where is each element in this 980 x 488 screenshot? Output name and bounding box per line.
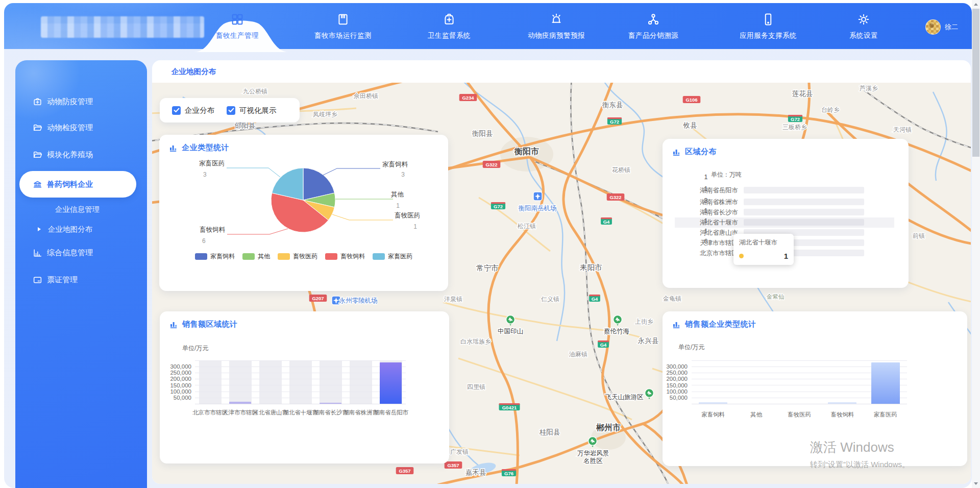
region-axis-label: 北京市市辖区 [677,249,738,258]
bar[interactable] [699,402,727,404]
pie-chart[interactable]: 家畜饲料3其他1畜牧医药1畜牧饲料6家畜医药3 [159,135,448,291]
map-label: 嘉禾县 [465,469,486,476]
bar[interactable] [380,362,402,404]
sidebar-item-label: 动物检疫管理 [47,123,93,133]
sidebar-item-6[interactable]: 企业地图分布 [15,220,147,238]
airport-icon [533,192,542,201]
gridline [195,385,406,385]
user-name: 徐二 [945,22,958,32]
medkit-icon [442,12,456,27]
map-label: 耒阳市 [580,263,602,272]
region-value-label: 1 [696,207,716,214]
legend-swatch [242,253,255,260]
legend-item[interactable]: 家畜医药 [373,252,412,261]
nav-item-4[interactable]: 动物疫病预警预报 [513,12,600,40]
sidebar-item-label: 模块化养殖场 [47,150,93,160]
region-bar-track[interactable] [744,187,864,193]
tooltip-marker [739,254,744,258]
bar[interactable] [229,402,251,404]
pie-legend: 家畜饲料其他畜牧医药畜牧饲料家畜医药 [159,252,448,261]
scroll-down-button[interactable] [972,479,980,488]
road-badge: G322 [607,193,625,201]
nav-label: 应用服务支撑系统 [725,31,812,40]
y-tick-label: 150,000 [160,382,191,388]
pie-label-value: 3 [401,171,405,178]
bar[interactable] [828,402,856,404]
page-scrollbar[interactable] [972,0,980,488]
gridline [692,360,907,361]
road-badge: G72 [788,115,802,122]
legend-swatch [278,253,290,260]
pie-label-value: 1 [396,202,400,209]
map-label: 九公桥镇 [243,88,267,95]
road-badge: G0421 [499,403,520,410]
scroll-up-button[interactable] [972,0,980,9]
bar[interactable] [320,403,341,404]
sidebar-item-3[interactable]: 模块化养殖场 [15,145,147,164]
nav-item-3[interactable]: 卫生监督系统 [406,12,493,40]
user-area[interactable]: 徐二 [925,19,958,35]
map-label: 桂阳县 [540,428,560,436]
map-label: 常宁市 [476,264,499,272]
pie-leader-line [227,229,288,234]
y-tick-label: 200,000 [160,376,191,382]
scrollbar-thumb[interactable] [972,9,979,157]
region-bar-track[interactable] [744,199,864,205]
nav-item-2[interactable]: 畜牧市场运行监测 [300,12,386,40]
road-badge: G72 [491,202,505,209]
road-badge: G4 [601,217,612,225]
content-header: 企业地图分布 [152,60,971,83]
nav-item-7[interactable]: 系统设置 [820,12,907,40]
sidebar-item-label: 企业信息管理 [55,205,100,214]
sidebar-item-2[interactable]: 动物检疫管理 [15,118,147,137]
sidebar-item-7[interactable]: 综合信息管理 [15,243,147,262]
legend-item[interactable]: 其他 [242,252,270,261]
gridline [195,392,406,392]
sidebar-item-label: 综合信息管理 [47,248,93,258]
nav-item-5[interactable]: 畜产品分销溯源 [610,12,697,40]
region-bar-track[interactable] [744,219,864,226]
sidebar-item-4[interactable]: 兽药饲料企业 [15,175,147,193]
nav-item-6[interactable]: 应用服务支撑系统 [725,12,812,40]
sidebar-item-label: 动物防疫管理 [47,97,93,107]
card-title: 区域分布 [673,147,717,157]
legend-item[interactable]: 家畜饲料 [195,252,235,261]
pie-leader-line [323,168,380,175]
svg-text:G72: G72 [610,119,619,125]
avatar[interactable] [925,19,941,35]
checkbox-checked-icon[interactable] [227,106,235,115]
x-category-label: 家畜医药 [855,411,916,419]
pie-label-value: 3 [203,171,207,178]
map-label: 永兴县 [638,337,659,345]
tooltip-title: 湖北省十堰市 [739,238,788,247]
pie-label-name: 家畜医药 [199,160,225,167]
legend-label: 家畜医药 [388,252,412,261]
svg-text:G72: G72 [494,204,503,209]
bar[interactable] [871,362,900,404]
svg-text:G357: G357 [399,468,410,474]
card-title-text: 销售额区域统计 [182,320,238,329]
pie-label-name: 畜牧医药 [395,212,420,219]
sidebar-item-5[interactable]: 企业信息管理 [15,200,147,218]
pie-label-value: 6 [202,237,206,245]
checkbox-checked-icon[interactable] [172,106,181,115]
region-value-label: 1 [696,185,716,192]
filter-checkbox-2[interactable]: 可视化展示 [227,106,277,115]
map-label: 松江镇 [518,223,536,230]
region-bar-track[interactable] [744,209,864,215]
filter-checkbox-1[interactable]: 企业分布 [172,106,214,115]
map-label: 莲花县 [792,90,813,97]
nav-item-1[interactable]: 畜牧生产管理 [194,12,281,40]
filter-label: 企业分布 [185,106,214,115]
pie-leader-line [332,214,393,220]
nav-label: 动物疫病预警预报 [513,31,600,40]
legend-item[interactable]: 畜牧饲料 [325,252,365,261]
sidebar-item-1[interactable]: 动物防疫管理 [15,92,147,111]
gridline [195,373,406,373]
pie-leader-line [227,168,280,177]
pie-label-name: 家畜饲料 [382,161,408,168]
legend-item[interactable]: 畜牧医药 [278,252,317,261]
pie-label-value: 1 [413,223,417,230]
poi-label: 中国印山 [498,328,523,335]
sidebar-item-8[interactable]: 票证管理 [15,271,147,289]
